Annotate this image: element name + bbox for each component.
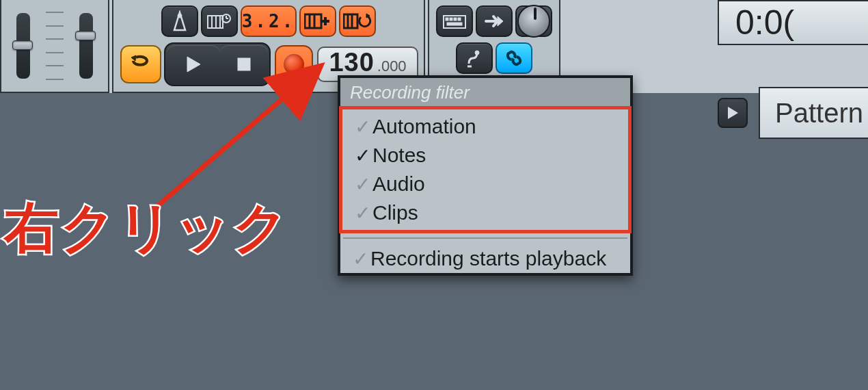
link-icon: [503, 49, 525, 67]
check-icon: ✓: [350, 248, 370, 270]
svg-rect-18: [446, 18, 448, 21]
svg-rect-21: [458, 18, 461, 21]
annotation-text: 右クリック: [4, 192, 290, 265]
menu-item-label: Notes: [372, 144, 426, 167]
check-icon: ✓: [352, 173, 372, 196]
recording-filter-group: ✓ Automation ✓ Notes ✓ Audio ✓ Clips: [339, 106, 632, 233]
svg-point-23: [475, 51, 479, 55]
time-display[interactable]: 0:0(: [718, 0, 868, 45]
check-icon: ✓: [352, 116, 372, 138]
piano-loop-icon: [343, 12, 372, 31]
menu-item-label: Audio: [372, 172, 425, 196]
check-icon: ✓: [352, 202, 372, 224]
piano-plus-icon: [304, 12, 331, 31]
svg-rect-13: [344, 14, 357, 28]
recording-filter-menu: Recording filter ✓ Automation ✓ Notes ✓ …: [338, 75, 633, 276]
switch-button[interactable]: [476, 5, 513, 37]
countdown-value: 3.2.: [242, 11, 296, 31]
svg-rect-19: [450, 18, 452, 21]
step-edit-button[interactable]: [456, 42, 493, 74]
piano-clock-icon: [207, 12, 232, 31]
menu-separator: [343, 237, 627, 239]
svg-rect-8: [305, 14, 321, 28]
loop-icon: [129, 54, 152, 75]
slider-scale: [46, 12, 64, 80]
tempo-frac: .000: [377, 57, 407, 75]
play-icon: [727, 106, 739, 120]
pattern-name: Pattern: [775, 98, 863, 129]
stop-icon: [236, 57, 252, 72]
stop-button[interactable]: [220, 45, 268, 83]
check-icon: ✓: [352, 144, 372, 167]
wait-for-input-button[interactable]: [201, 5, 238, 37]
metronome-button[interactable]: [161, 5, 198, 37]
link-button[interactable]: [496, 42, 532, 74]
loop-recording-button[interactable]: [339, 5, 376, 37]
master-pitch-slider[interactable]: [79, 13, 93, 79]
play-icon: [185, 55, 202, 73]
svg-rect-20: [454, 18, 457, 21]
menu-item-automation[interactable]: ✓ Automation: [342, 112, 628, 141]
svg-rect-22: [447, 23, 462, 25]
menu-title: Recording filter: [340, 78, 630, 107]
pattern-play-button[interactable]: [718, 98, 748, 128]
typing-keyboard-icon: [443, 13, 466, 29]
master-volume-slider[interactable]: [16, 13, 30, 79]
pattern-selector[interactable]: Pattern: [759, 87, 868, 139]
menu-item-notes[interactable]: ✓ Notes: [342, 141, 628, 170]
step-icon: [465, 49, 484, 68]
menu-item-audio[interactable]: ✓ Audio: [342, 170, 628, 198]
arrow-right-icon: [484, 14, 504, 29]
pattern-song-loop-button[interactable]: [120, 45, 161, 83]
metronome-icon: [169, 10, 191, 32]
svg-point-0: [178, 14, 182, 18]
menu-item-recording-starts-playback[interactable]: ✓ Recording starts playback: [340, 244, 630, 273]
blend-notes-button[interactable]: [299, 5, 336, 37]
record-button[interactable]: [275, 45, 313, 83]
main-knob[interactable]: [517, 5, 550, 38]
menu-item-label: Clips: [372, 201, 418, 224]
mixer-sliders-panel: [0, 0, 109, 93]
menu-item-clips[interactable]: ✓ Clips: [342, 198, 628, 227]
svg-rect-16: [238, 58, 250, 70]
time-value: 0:0(: [735, 3, 794, 42]
tempo-int: 130: [329, 48, 374, 77]
menu-item-label: Recording starts playback: [370, 247, 606, 270]
play-button[interactable]: [167, 45, 220, 83]
record-icon: [284, 54, 304, 75]
typing-keyboard-button[interactable]: [436, 5, 473, 37]
menu-item-label: Automation: [372, 115, 476, 138]
countdown-button[interactable]: 3.2.: [241, 5, 297, 37]
main-knob-panel: [515, 5, 552, 37]
